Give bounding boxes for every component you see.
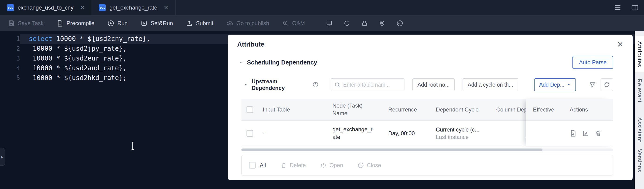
lock-icon[interactable] — [361, 20, 368, 27]
node-name-cell: get_exchange_rate — [328, 126, 384, 141]
column-header: Input Table — [258, 106, 328, 113]
line-number: 3 — [0, 54, 20, 63]
input-table-cell: - — [258, 130, 328, 137]
fixed-columns-overlay: Effective Actions — [526, 99, 613, 146]
collapse-caret-icon[interactable] — [238, 60, 243, 65]
column-header: Actions — [564, 106, 613, 113]
collapse-caret-icon[interactable] — [243, 82, 248, 87]
line-number: 4 — [0, 63, 20, 73]
recurrence-cell: Day, 00:00 — [384, 130, 431, 137]
select-all-checkbox-cell — [242, 106, 258, 113]
menu-icon[interactable] — [614, 4, 622, 12]
om-button[interactable]: O&M — [282, 20, 305, 27]
batch-open-button[interactable]: Open — [320, 162, 343, 168]
chevron-down-icon — [567, 83, 571, 87]
search-input[interactable] — [343, 82, 401, 88]
data-studio-app: { "tab_bar": { "file_icon_label": "SQL",… — [0, 0, 644, 189]
om-icon — [282, 20, 289, 27]
text-cursor-pointer — [130, 141, 135, 150]
refresh-icon[interactable] — [343, 20, 350, 27]
run-icon — [107, 20, 114, 27]
table-search-box — [330, 78, 404, 91]
run-button[interactable]: Run — [107, 20, 128, 27]
fixed-header-row: Effective Actions — [526, 99, 613, 121]
submit-button[interactable]: Submit — [186, 20, 213, 27]
save-task-button[interactable]: Save Task — [8, 20, 44, 27]
more-options-icon[interactable] — [396, 20, 403, 27]
tab-bar-right-actions — [614, 0, 644, 15]
sql-file-icon: SQL — [99, 4, 106, 11]
actions-cell — [564, 130, 613, 137]
line-number: 1 — [0, 34, 20, 44]
view-lineage-icon[interactable] — [570, 130, 577, 137]
add-root-node-button[interactable]: Add root no... — [412, 78, 455, 91]
rail-tab-attributes[interactable]: Attributes — [635, 36, 644, 72]
column-header: Dependent Cycle — [431, 106, 492, 113]
batch-actions-bar: All Delete Open Close — [242, 155, 613, 175]
fixed-row-cells — [526, 121, 613, 146]
rail-tab-assistant[interactable]: Assistant — [635, 115, 644, 144]
refresh-table-icon[interactable] — [600, 78, 613, 91]
scrollbar-thumb[interactable] — [242, 148, 542, 151]
right-side-rail: Attributes Relevant Assistant Versions — [635, 31, 644, 189]
help-icon[interactable] — [312, 82, 318, 88]
line-number: 2 — [0, 44, 20, 54]
checkbox[interactable] — [249, 162, 256, 168]
go-to-publish-button[interactable]: Go to publish — [226, 20, 269, 27]
editor-tab-bar: SQL exchange_usd_to_cny ✕ SQL get_exchan… — [0, 0, 644, 15]
upstream-dependency-table: Input Table Node (Task) Name Recurrence … — [242, 99, 613, 151]
close-tab-icon[interactable]: ✕ — [164, 5, 168, 11]
attribute-panel: Attribute ✕ Scheduling Dependency Auto P… — [228, 35, 632, 180]
rail-tab-relevant[interactable]: Relevant — [635, 76, 644, 105]
precompile-icon — [56, 20, 64, 27]
column-header: Effective — [526, 106, 564, 113]
horizontal-scrollbar — [242, 148, 613, 151]
attribute-panel-header: Attribute ✕ — [228, 35, 632, 54]
select-all-control: All — [249, 162, 266, 168]
column-header: Node (Task) Name — [328, 102, 384, 117]
publish-cloud-icon — [226, 20, 233, 27]
editor-toolbar: Save Task Precompile Run Set&Run Submit … — [0, 15, 644, 31]
add-cycle-button[interactable]: Add a cycle on th... — [462, 78, 518, 91]
column-header: Recurrence — [384, 106, 431, 113]
auto-parse-button[interactable]: Auto Parse — [572, 56, 613, 69]
checkbox[interactable] — [246, 106, 253, 113]
rail-tab-versions[interactable]: Versions — [635, 148, 644, 173]
upstream-dependency-title: Upstream Dependency — [252, 78, 309, 91]
search-icon — [334, 82, 340, 88]
tab-exchange-usd-to-cny[interactable]: SQL exchange_usd_to_cny ✕ — [0, 0, 92, 15]
section-title: Scheduling Dependency — [247, 59, 317, 66]
checkbox[interactable] — [246, 130, 253, 137]
toolbar-icon-cluster — [326, 20, 403, 27]
format-icon[interactable] — [326, 20, 333, 27]
scheduling-dependency-section: Scheduling Dependency Auto Parse — [238, 56, 613, 69]
location-pin-icon[interactable] — [379, 20, 386, 27]
submit-icon — [186, 20, 193, 27]
left-panel-expander[interactable]: ▸ — [0, 148, 5, 166]
save-icon — [8, 20, 15, 27]
tab-label: exchange_usd_to_cny — [18, 5, 74, 11]
tab-get-exchange-rate[interactable]: SQL get_exchange_rate ✕ — [92, 0, 176, 15]
edit-icon[interactable] — [582, 130, 589, 137]
set-run-icon — [140, 20, 148, 27]
power-icon — [320, 162, 327, 168]
row-checkbox-cell — [242, 130, 258, 137]
close-panel-icon[interactable]: ✕ — [617, 41, 623, 48]
sql-file-icon: SQL — [7, 4, 14, 11]
close-tab-icon[interactable]: ✕ — [80, 5, 84, 11]
trash-icon — [280, 162, 287, 168]
add-dependency-button[interactable]: Add Dep... — [534, 78, 576, 91]
right-panel-icon[interactable] — [631, 4, 639, 12]
filter-icon[interactable] — [589, 81, 596, 88]
precompile-button[interactable]: Precompile — [56, 20, 94, 27]
batch-delete-button[interactable]: Delete — [280, 162, 306, 168]
tab-label: get_exchange_rate — [110, 5, 157, 11]
dependent-cycle-cell: Current cycle (c... Last instance — [431, 126, 492, 140]
panel-title: Attribute — [237, 41, 264, 48]
delete-icon[interactable] — [595, 130, 602, 137]
set-and-run-button[interactable]: Set&Run — [140, 20, 173, 27]
line-number: 5 — [0, 73, 20, 83]
batch-close-button[interactable]: Close — [358, 162, 381, 168]
upstream-dependency-controls: Upstream Dependency Add root no... Add a… — [243, 78, 613, 91]
ban-icon — [358, 162, 364, 168]
